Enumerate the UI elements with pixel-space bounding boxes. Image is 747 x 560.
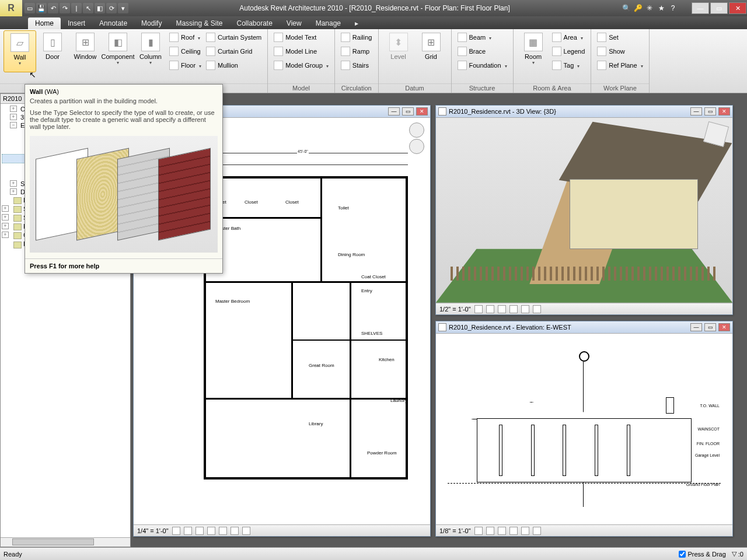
tab-modify[interactable]: Modify <box>134 18 169 29</box>
elevation-canvas[interactable]: T.O. WALL WAINSCOT FIN. FLOOR Garage Lev… <box>436 333 732 524</box>
vc-icon[interactable] <box>207 527 215 535</box>
tab-manage[interactable]: Manage <box>309 18 348 29</box>
help-icon[interactable]: ? <box>668 3 678 13</box>
curtain-grid-button[interactable]: Curtain Grid <box>204 44 264 58</box>
minimize-button[interactable]: — <box>692 2 709 14</box>
scale-label[interactable]: 1/4" = 1'-0" <box>137 527 169 534</box>
roof-button[interactable]: Roof <box>167 30 204 44</box>
model-line-button[interactable]: Model Line <box>271 44 331 58</box>
key-icon[interactable]: 🔑 <box>633 3 643 13</box>
max-button[interactable]: ▭ <box>704 323 716 331</box>
set-button[interactable]: Set <box>595 30 645 44</box>
max-button[interactable]: ▭ <box>704 107 716 116</box>
window-3d-view[interactable]: R2010_Residence.rvt - 3D View: {3D} — ▭ … <box>435 105 733 315</box>
expand-icon[interactable]: + <box>10 106 17 112</box>
vc-icon[interactable] <box>486 305 494 313</box>
close-button[interactable]: ✕ <box>718 107 730 116</box>
press-drag-checkbox[interactable]: Press & Drag <box>679 551 725 558</box>
legend-button[interactable]: Legend <box>550 44 588 58</box>
vc-icon[interactable] <box>509 527 518 535</box>
min-button[interactable]: — <box>690 323 702 331</box>
group-label-structure[interactable]: Structure <box>452 83 513 93</box>
column-button[interactable]: ▮Column▾ <box>134 30 167 72</box>
star-icon[interactable]: ★ <box>656 3 666 13</box>
curtain-system-button[interactable]: Curtain System <box>204 30 264 44</box>
qat-sync-icon[interactable]: ⟳ <box>106 3 117 13</box>
expand-icon[interactable]: + <box>2 232 9 238</box>
app-menu-button[interactable]: R <box>0 0 22 16</box>
vc-icon[interactable] <box>509 305 518 313</box>
scale-label[interactable]: 1/2" = 1'-0" <box>439 306 471 313</box>
tab-collaborate[interactable]: Collaborate <box>229 18 279 29</box>
vc-icon[interactable] <box>184 527 192 535</box>
filter-status[interactable]: ▽:0 <box>732 550 743 558</box>
comm-icon[interactable]: ✳ <box>644 3 655 13</box>
qat-save-icon[interactable]: 💾 <box>36 3 47 13</box>
railing-button[interactable]: Railing <box>338 30 375 44</box>
tab-home[interactable]: Home <box>28 18 61 29</box>
elevation-titlebar[interactable]: R2010_Residence.rvt - Elevation: E-WEST … <box>436 321 732 333</box>
mullion-button[interactable]: Mullion <box>204 58 264 72</box>
vc-icon[interactable] <box>521 527 529 535</box>
model-text-button[interactable]: Model Text <box>271 30 331 44</box>
vc-icon[interactable] <box>486 527 494 535</box>
expand-icon[interactable]: + <box>2 214 9 220</box>
expand-icon[interactable]: + <box>10 114 17 120</box>
tab-expander-icon[interactable]: ▸ <box>348 18 365 29</box>
vc-icon[interactable] <box>533 305 541 313</box>
expand-icon[interactable]: + <box>10 180 17 187</box>
qat-redo-icon[interactable]: ↷ <box>60 3 70 13</box>
ceiling-button[interactable]: Ceiling <box>167 44 204 58</box>
min-button[interactable]: — <box>388 107 400 116</box>
vc-icon[interactable] <box>196 527 204 535</box>
tab-insert[interactable]: Insert <box>61 18 92 29</box>
scroll-thumb[interactable] <box>12 538 94 545</box>
foundation-button[interactable]: Foundation <box>455 58 509 72</box>
close-button[interactable]: ✕ <box>718 323 730 331</box>
room-button[interactable]: ▦Room▾ <box>517 30 550 72</box>
qat-modify-icon[interactable]: ↖ <box>83 3 93 13</box>
vc-icon[interactable] <box>231 527 239 535</box>
component-button[interactable]: ◧Component▾ <box>102 30 134 72</box>
wall-button[interactable]: ▱ Wall ▾ <box>4 30 36 72</box>
tag-button[interactable]: Tag <box>550 58 588 72</box>
qat-dropdown-icon[interactable]: ▾ <box>118 3 128 13</box>
maximize-button[interactable]: ▭ <box>710 2 728 14</box>
window-elevation[interactable]: R2010_Residence.rvt - Elevation: E-WEST … <box>435 321 733 537</box>
3d-canvas[interactable] <box>436 117 732 303</box>
min-button[interactable]: — <box>690 107 702 116</box>
group-label-room-area[interactable]: Room & Area <box>514 83 591 93</box>
ramp-button[interactable]: Ramp <box>338 44 375 58</box>
beam-button[interactable]: Beam <box>455 30 509 44</box>
area-button[interactable]: Area <box>550 30 588 44</box>
expand-icon[interactable]: + <box>2 223 9 229</box>
vc-icon[interactable] <box>242 527 250 535</box>
window-button[interactable]: ⊞Window <box>69 30 102 72</box>
tab-annotate[interactable]: Annotate <box>92 18 134 29</box>
expand-icon[interactable]: + <box>10 188 17 195</box>
vc-icon[interactable] <box>474 527 483 535</box>
brace-button[interactable]: Brace <box>455 44 509 58</box>
browser-hscroll[interactable] <box>1 537 130 547</box>
scale-label[interactable]: 1/8" = 1'-0" <box>439 527 471 534</box>
expand-icon[interactable]: + <box>2 205 9 212</box>
qat-3d-icon[interactable]: ◧ <box>95 3 105 13</box>
refplane-button[interactable]: Ref Plane <box>595 58 645 72</box>
model-group-button[interactable]: Model Group <box>271 58 331 72</box>
close-button[interactable]: ✕ <box>416 107 428 116</box>
vc-icon[interactable] <box>521 305 529 313</box>
tab-massing[interactable]: Massing & Site <box>169 18 229 29</box>
close-button[interactable]: ✕ <box>729 2 746 14</box>
vc-icon[interactable] <box>474 305 483 313</box>
floor-button[interactable]: Floor <box>167 58 204 72</box>
stairs-button[interactable]: Stairs <box>338 58 375 72</box>
vc-icon[interactable] <box>172 527 180 535</box>
qat-open-icon[interactable]: ▭ <box>25 3 35 13</box>
3d-titlebar[interactable]: R2010_Residence.rvt - 3D View: {3D} — ▭ … <box>436 106 732 117</box>
door-button[interactable]: ▯Door <box>36 30 69 72</box>
vc-icon[interactable] <box>498 527 506 535</box>
grid-button[interactable]: ⊞Grid <box>415 30 448 60</box>
press-drag-input[interactable] <box>679 551 686 558</box>
qat-undo-icon[interactable]: ↶ <box>48 3 58 13</box>
expand-icon[interactable]: − <box>10 122 17 128</box>
